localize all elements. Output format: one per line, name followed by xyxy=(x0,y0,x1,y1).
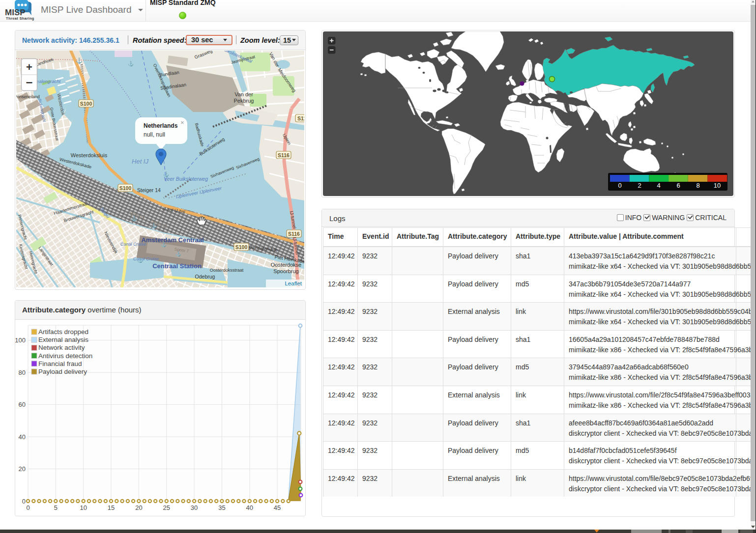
svg-text:⚓: ⚓ xyxy=(128,60,134,67)
svg-text:0: 0 xyxy=(22,498,26,505)
svg-text:Bickersgracht: Bickersgracht xyxy=(37,98,47,123)
svg-text:Prinsengracht: Prinsengracht xyxy=(17,214,29,241)
svg-text:Singel: Singel xyxy=(99,206,111,220)
svg-text:⚓: ⚓ xyxy=(163,171,170,177)
svg-text:10: 10 xyxy=(80,504,87,511)
svg-text:Van der: Van der xyxy=(234,91,253,97)
svg-text:30: 30 xyxy=(191,504,198,511)
svg-text:20: 20 xyxy=(19,465,26,473)
svg-text:80: 80 xyxy=(19,369,26,376)
svg-text:Oosterdoksstraat: Oosterdoksstraat xyxy=(210,268,244,273)
svg-text:0: 0 xyxy=(26,504,29,511)
svg-text:60: 60 xyxy=(19,401,26,408)
svg-text:IJ-tunnel: IJ-tunnel xyxy=(289,210,297,229)
svg-text:4: 4 xyxy=(657,182,660,189)
svg-text:Grote Bickersstraat: Grote Bickersstraat xyxy=(49,107,59,141)
svg-text:Leaflet: Leaflet xyxy=(285,281,302,286)
svg-text:⚓: ⚓ xyxy=(131,215,138,222)
svg-text:⚓: ⚓ xyxy=(175,251,182,257)
svg-text:×: × xyxy=(180,119,184,126)
svg-text:Pekbrug: Pekbrug xyxy=(234,98,254,104)
svg-text:IJ-tunnel: IJ-tunnel xyxy=(292,236,300,255)
svg-text:Keizersgracht: Keizersgracht xyxy=(18,244,29,270)
svg-text:Artifacts dropped: Artifacts dropped xyxy=(38,328,88,336)
svg-text:6: 6 xyxy=(676,182,680,189)
svg-text:S100: S100 xyxy=(80,101,92,107)
svg-text:Payload delivery: Payload delivery xyxy=(38,368,87,375)
svg-text:25: 25 xyxy=(163,504,170,511)
svg-text:5: 5 xyxy=(54,504,58,511)
svg-text:S100: S100 xyxy=(119,185,132,191)
svg-text:2: 2 xyxy=(638,182,641,189)
svg-text:45: 45 xyxy=(274,504,281,511)
svg-text:Prinseneiland: Prinseneiland xyxy=(16,94,40,99)
svg-text:Zandhoek: Zandhoek xyxy=(35,56,55,67)
svg-text:Grasweg: Grasweg xyxy=(194,51,213,60)
svg-text:Badhuiskade: Badhuiskade xyxy=(194,122,205,147)
svg-text:IJpleinveer IJpleinveer: IJpleinveer IJpleinveer xyxy=(175,185,223,199)
svg-text:Westerdok: Westerdok xyxy=(56,93,66,116)
svg-text:40: 40 xyxy=(19,433,26,441)
svg-text:S100: S100 xyxy=(235,244,248,250)
svg-text:8: 8 xyxy=(696,182,699,189)
svg-text:40: 40 xyxy=(246,504,253,511)
svg-text:Herengracht: Herengracht xyxy=(28,251,38,274)
svg-text:35: 35 xyxy=(218,504,225,511)
svg-text:Odebrug: Odebrug xyxy=(195,274,215,280)
svg-text:null, null: null, null xyxy=(144,131,165,138)
svg-text:S11: S11 xyxy=(297,115,304,121)
svg-text:IJ-hal IJ-hal: IJ-hal IJ-hal xyxy=(162,206,185,214)
svg-text:External analysis: External analysis xyxy=(38,336,88,343)
svg-text:Antivirus detection: Antivirus detection xyxy=(38,352,92,360)
svg-text:S116: S116 xyxy=(288,231,300,237)
svg-text:+: + xyxy=(26,61,32,73)
svg-text:Sixhavenweg: Sixhavenweg xyxy=(210,165,235,179)
svg-text:−: − xyxy=(26,76,32,89)
svg-text:Network activity: Network activity xyxy=(38,344,85,351)
svg-text:Meidoornweg: Meidoornweg xyxy=(277,67,297,93)
svg-text:S116: S116 xyxy=(278,152,290,158)
svg-text:Centraal Station: Centraal Station xyxy=(152,262,202,270)
svg-text:10: 10 xyxy=(714,182,721,189)
svg-text:20: 20 xyxy=(135,504,142,511)
svg-text:Steiger 14: Steiger 14 xyxy=(137,187,161,193)
svg-text:Veer Buiksloterweg: Veer Buiksloterweg xyxy=(164,176,208,182)
svg-text:Amsterdam Centraal: Amsterdam Centraal xyxy=(141,236,204,244)
svg-text:0: 0 xyxy=(618,182,621,189)
svg-text:100: 100 xyxy=(15,337,26,344)
svg-text:Canal Cruise: Canal Cruise xyxy=(120,242,146,247)
svg-text:Overhoeksparklaan: Overhoeksparklaan xyxy=(152,63,172,98)
svg-text:IJplein: IJplein xyxy=(282,133,292,146)
svg-text:⚓: ⚓ xyxy=(161,241,167,248)
svg-text:Van der: Van der xyxy=(268,51,281,68)
svg-text:Threat Sharing: Threat Sharing xyxy=(6,16,34,21)
svg-text:⚓: ⚓ xyxy=(76,57,83,64)
svg-text:Sixhavenweg: Sixhavenweg xyxy=(235,156,261,170)
svg-text:Westerdoksluis: Westerdoksluis xyxy=(71,152,108,158)
svg-text:⚓: ⚓ xyxy=(151,223,157,229)
svg-text:Financial fraud: Financial fraud xyxy=(38,360,82,367)
svg-text:Het IJ: Het IJ xyxy=(132,158,148,165)
svg-text:Langestraat: Langestraat xyxy=(37,246,54,267)
svg-text:Westerdokskade: Westerdokskade xyxy=(59,157,92,169)
svg-text:Nieuwendijk: Nieuwendijk xyxy=(103,231,119,254)
svg-text:Netherlands: Netherlands xyxy=(144,122,178,129)
svg-text:15: 15 xyxy=(108,504,115,511)
svg-text:⚓: ⚓ xyxy=(137,257,144,263)
svg-text:Spoorbrug: Spoorbrug xyxy=(273,268,298,274)
svg-text:De Ruijterkade: De Ruijterkade xyxy=(248,245,278,252)
